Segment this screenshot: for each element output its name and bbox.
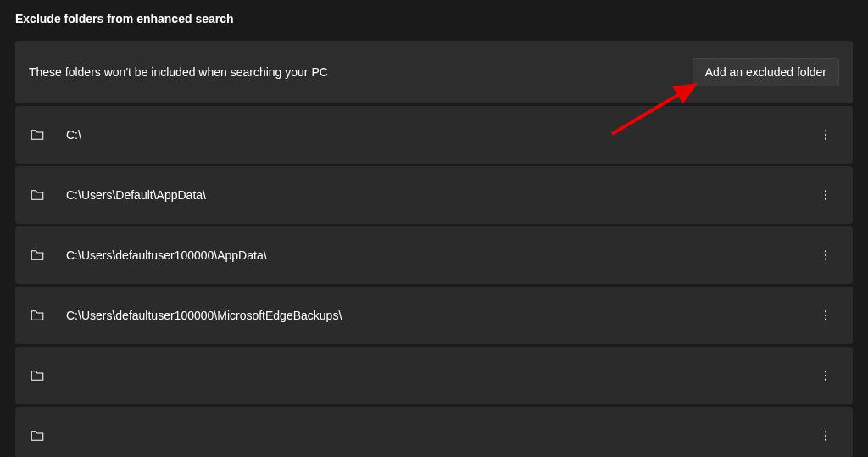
svg-point-13 bbox=[825, 375, 826, 376]
folder-row-left bbox=[29, 427, 66, 444]
folder-path-label: C:\ bbox=[66, 128, 81, 142]
svg-point-11 bbox=[825, 319, 826, 320]
folder-icon bbox=[29, 427, 46, 444]
folder-more-button[interactable] bbox=[812, 121, 839, 148]
folder-row[interactable]: C:\ bbox=[15, 106, 853, 164]
folder-path-label: C:\Users\Default\AppData\ bbox=[66, 188, 206, 202]
folder-more-button[interactable] bbox=[812, 302, 839, 329]
folder-icon bbox=[29, 307, 46, 324]
folder-row-left bbox=[29, 367, 66, 384]
svg-point-5 bbox=[825, 198, 826, 200]
svg-point-0 bbox=[825, 130, 826, 131]
folder-row[interactable]: C:\Users\defaultuser100000\AppData\ bbox=[15, 226, 853, 284]
folder-row[interactable] bbox=[15, 407, 853, 457]
folder-row-left: C:\Users\Default\AppData\ bbox=[29, 187, 206, 203]
svg-point-16 bbox=[825, 435, 826, 437]
svg-point-9 bbox=[825, 310, 826, 312]
svg-point-6 bbox=[825, 250, 826, 252]
folder-row-left: C:\ bbox=[29, 126, 81, 143]
svg-point-3 bbox=[825, 190, 826, 192]
section-title: Exclude folders from enhanced search bbox=[15, 0, 853, 41]
svg-point-2 bbox=[825, 138, 826, 140]
svg-point-10 bbox=[825, 315, 826, 316]
folder-more-button[interactable] bbox=[812, 242, 839, 269]
folder-row[interactable]: C:\Users\defaultuser100000\MicrosoftEdge… bbox=[15, 287, 853, 344]
folder-row-left: C:\Users\defaultuser100000\MicrosoftEdge… bbox=[29, 307, 342, 324]
exclusion-header-row: These folders won't be included when sea… bbox=[15, 41, 853, 103]
folder-more-button[interactable] bbox=[812, 422, 839, 449]
folder-icon bbox=[29, 126, 46, 143]
folder-row-left: C:\Users\defaultuser100000\AppData\ bbox=[29, 247, 267, 264]
folder-more-button[interactable] bbox=[812, 362, 839, 389]
folder-icon bbox=[29, 247, 46, 264]
folder-icon bbox=[29, 187, 46, 203]
svg-point-8 bbox=[825, 259, 826, 260]
add-excluded-folder-button[interactable]: Add an excluded folder bbox=[693, 58, 839, 86]
folder-row[interactable]: C:\Users\Default\AppData\ bbox=[15, 166, 853, 224]
svg-point-17 bbox=[825, 439, 826, 441]
folder-row[interactable] bbox=[15, 347, 853, 404]
svg-point-7 bbox=[825, 254, 826, 256]
folder-path-label: C:\Users\defaultuser100000\MicrosoftEdge… bbox=[66, 309, 342, 322]
folder-path-label: C:\Users\defaultuser100000\AppData\ bbox=[66, 248, 267, 262]
folder-more-button[interactable] bbox=[812, 181, 839, 209]
folder-icon bbox=[29, 367, 46, 384]
folder-list: C:\ C:\Users\Default\AppData\ C:\Users\d… bbox=[15, 106, 853, 457]
svg-point-4 bbox=[825, 194, 826, 196]
exclusion-description: These folders won't be included when sea… bbox=[29, 65, 328, 79]
svg-point-1 bbox=[825, 134, 826, 136]
svg-point-15 bbox=[825, 431, 826, 432]
svg-point-14 bbox=[825, 379, 826, 381]
svg-point-12 bbox=[825, 371, 826, 372]
